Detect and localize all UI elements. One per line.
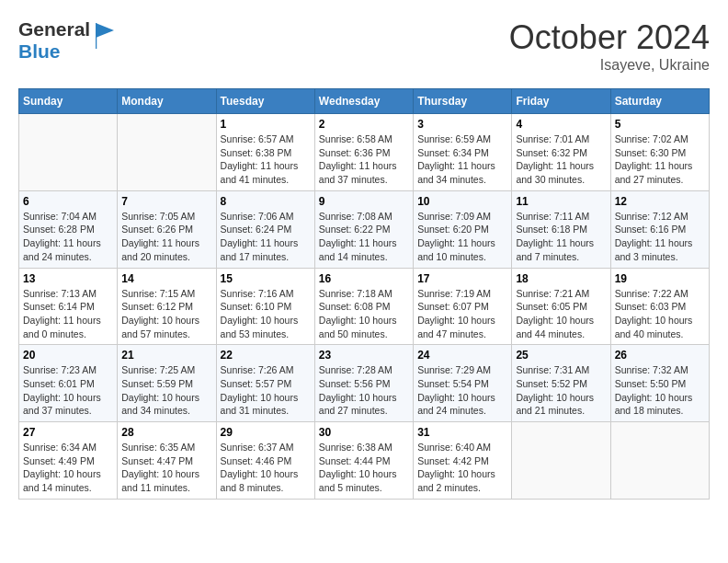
day-number: 25 (516, 349, 606, 362)
calendar-cell: 10Sunrise: 7:09 AMSunset: 6:20 PMDayligh… (414, 190, 512, 268)
column-header-monday: Monday (118, 89, 216, 114)
day-info: Sunrise: 7:25 AMSunset: 5:59 PMDaylight:… (121, 363, 211, 418)
day-info: Sunrise: 7:02 AMSunset: 6:30 PMDaylight:… (615, 132, 705, 187)
calendar-cell: 3Sunrise: 6:59 AMSunset: 6:34 PMDaylight… (414, 114, 512, 191)
day-number: 4 (516, 118, 606, 131)
logo-text: General Blue (18, 18, 90, 63)
calendar-week-row: 1Sunrise: 6:57 AMSunset: 6:38 PMDaylight… (19, 114, 710, 191)
day-number: 2 (319, 118, 409, 131)
day-number: 15 (221, 272, 311, 285)
day-number: 29 (221, 426, 311, 439)
column-header-friday: Friday (512, 89, 610, 114)
day-info: Sunrise: 7:19 AMSunset: 6:07 PMDaylight:… (417, 287, 507, 341)
column-header-wednesday: Wednesday (314, 89, 413, 114)
day-number: 28 (121, 426, 211, 439)
calendar-cell: 8Sunrise: 7:06 AMSunset: 6:24 PMDaylight… (216, 190, 314, 268)
calendar-cell: 9Sunrise: 7:08 AMSunset: 6:22 PMDaylight… (314, 190, 413, 268)
logo-general: General (18, 18, 90, 40)
logo-blue: Blue (18, 40, 61, 62)
month-title: October 2024 (509, 18, 710, 57)
day-info: Sunrise: 7:21 AMSunset: 6:05 PMDaylight:… (516, 287, 606, 341)
day-info: Sunrise: 6:38 AMSunset: 4:44 PMDaylight:… (319, 441, 409, 495)
day-info: Sunrise: 7:22 AMSunset: 6:03 PMDaylight:… (615, 287, 705, 341)
day-info: Sunrise: 7:15 AMSunset: 6:12 PMDaylight:… (121, 287, 211, 341)
day-info: Sunrise: 7:12 AMSunset: 6:16 PMDaylight:… (615, 210, 705, 264)
day-number: 12 (615, 195, 705, 208)
day-number: 21 (121, 349, 211, 362)
day-number: 13 (23, 272, 113, 285)
day-info: Sunrise: 6:57 AMSunset: 6:38 PMDaylight:… (221, 132, 311, 187)
day-number: 22 (221, 349, 311, 362)
day-number: 24 (417, 349, 507, 362)
calendar-week-row: 13Sunrise: 7:13 AMSunset: 6:14 PMDayligh… (19, 268, 710, 345)
day-number: 7 (121, 195, 211, 208)
day-info: Sunrise: 7:13 AMSunset: 6:14 PMDaylight:… (23, 287, 113, 341)
calendar-cell: 27Sunrise: 6:34 AMSunset: 4:49 PMDayligh… (19, 422, 118, 500)
location: Isayeve, Ukraine (509, 57, 710, 74)
day-info: Sunrise: 7:05 AMSunset: 6:26 PMDaylight:… (121, 210, 211, 264)
day-info: Sunrise: 7:11 AMSunset: 6:18 PMDaylight:… (516, 210, 606, 264)
day-info: Sunrise: 7:23 AMSunset: 6:01 PMDaylight:… (23, 363, 113, 418)
day-info: Sunrise: 7:18 AMSunset: 6:08 PMDaylight:… (319, 287, 409, 341)
day-number: 11 (516, 195, 606, 208)
calendar-cell: 24Sunrise: 7:29 AMSunset: 5:54 PMDayligh… (414, 345, 512, 422)
day-number: 18 (516, 272, 606, 285)
calendar-cell: 19Sunrise: 7:22 AMSunset: 6:03 PMDayligh… (610, 268, 709, 345)
page-header: General Blue October 2024 Isayeve, Ukrai… (18, 18, 710, 74)
day-info: Sunrise: 7:01 AMSunset: 6:32 PMDaylight:… (516, 132, 606, 187)
day-number: 31 (417, 426, 507, 439)
day-info: Sunrise: 6:58 AMSunset: 6:36 PMDaylight:… (319, 132, 409, 187)
day-number: 23 (319, 349, 409, 362)
day-info: Sunrise: 6:34 AMSunset: 4:49 PMDaylight:… (23, 441, 113, 495)
day-info: Sunrise: 7:04 AMSunset: 6:28 PMDaylight:… (23, 210, 113, 264)
day-number: 27 (23, 426, 113, 439)
day-number: 3 (417, 118, 507, 131)
day-number: 10 (417, 195, 507, 208)
column-header-saturday: Saturday (610, 89, 709, 114)
day-info: Sunrise: 7:06 AMSunset: 6:24 PMDaylight:… (221, 210, 311, 264)
calendar-cell: 29Sunrise: 6:37 AMSunset: 4:46 PMDayligh… (216, 422, 314, 500)
day-number: 20 (23, 349, 113, 362)
column-header-sunday: Sunday (19, 89, 118, 114)
calendar-cell: 11Sunrise: 7:11 AMSunset: 6:18 PMDayligh… (512, 190, 610, 268)
day-number: 17 (417, 272, 507, 285)
day-info: Sunrise: 7:09 AMSunset: 6:20 PMDaylight:… (417, 210, 507, 264)
svg-marker-0 (96, 23, 114, 38)
calendar-cell: 28Sunrise: 6:35 AMSunset: 4:47 PMDayligh… (118, 422, 216, 500)
calendar-cell: 30Sunrise: 6:38 AMSunset: 4:44 PMDayligh… (314, 422, 413, 500)
calendar-cell: 25Sunrise: 7:31 AMSunset: 5:52 PMDayligh… (512, 345, 610, 422)
calendar-week-row: 27Sunrise: 6:34 AMSunset: 4:49 PMDayligh… (19, 422, 710, 500)
calendar-cell (19, 114, 118, 191)
title-block: October 2024 Isayeve, Ukraine (509, 18, 710, 74)
calendar-cell: 5Sunrise: 7:02 AMSunset: 6:30 PMDaylight… (610, 114, 709, 191)
column-header-tuesday: Tuesday (216, 89, 314, 114)
calendar-cell: 15Sunrise: 7:16 AMSunset: 6:10 PMDayligh… (216, 268, 314, 345)
calendar-week-row: 6Sunrise: 7:04 AMSunset: 6:28 PMDaylight… (19, 190, 710, 268)
calendar-table: SundayMondayTuesdayWednesdayThursdayFrid… (18, 88, 710, 500)
calendar-cell: 21Sunrise: 7:25 AMSunset: 5:59 PMDayligh… (118, 345, 216, 422)
calendar-cell (512, 422, 610, 500)
day-info: Sunrise: 7:28 AMSunset: 5:56 PMDaylight:… (319, 363, 409, 418)
calendar-cell: 2Sunrise: 6:58 AMSunset: 6:36 PMDaylight… (314, 114, 413, 191)
calendar-cell: 23Sunrise: 7:28 AMSunset: 5:56 PMDayligh… (314, 345, 413, 422)
logo: General Blue (18, 18, 116, 63)
calendar-cell: 20Sunrise: 7:23 AMSunset: 6:01 PMDayligh… (19, 345, 118, 422)
day-info: Sunrise: 6:40 AMSunset: 4:42 PMDaylight:… (417, 441, 507, 495)
day-info: Sunrise: 6:35 AMSunset: 4:47 PMDaylight:… (121, 441, 211, 495)
day-info: Sunrise: 7:08 AMSunset: 6:22 PMDaylight:… (319, 210, 409, 264)
calendar-cell (610, 422, 709, 500)
day-number: 26 (615, 349, 705, 362)
calendar-cell: 1Sunrise: 6:57 AMSunset: 6:38 PMDaylight… (216, 114, 314, 191)
day-info: Sunrise: 6:37 AMSunset: 4:46 PMDaylight:… (221, 441, 311, 495)
day-number: 6 (23, 195, 113, 208)
calendar-cell: 12Sunrise: 7:12 AMSunset: 6:16 PMDayligh… (610, 190, 709, 268)
day-number: 5 (615, 118, 705, 131)
logo-flag-icon (96, 23, 116, 49)
calendar-cell: 7Sunrise: 7:05 AMSunset: 6:26 PMDaylight… (118, 190, 216, 268)
day-number: 9 (319, 195, 409, 208)
calendar-cell: 31Sunrise: 6:40 AMSunset: 4:42 PMDayligh… (414, 422, 512, 500)
day-number: 16 (319, 272, 409, 285)
day-number: 19 (615, 272, 705, 285)
day-number: 8 (221, 195, 311, 208)
calendar-cell: 22Sunrise: 7:26 AMSunset: 5:57 PMDayligh… (216, 345, 314, 422)
